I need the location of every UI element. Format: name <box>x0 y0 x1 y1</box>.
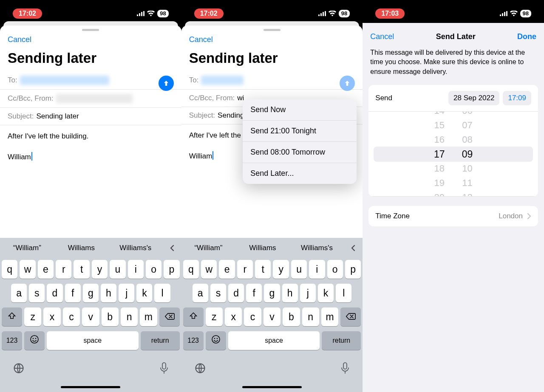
minute-option[interactable]: 10 <box>462 161 472 176</box>
cancel-button[interactable]: Cancel <box>189 35 213 44</box>
date-chip[interactable]: 28 Sep 2022 <box>448 91 499 105</box>
email-body[interactable]: After I've left the building. William <box>0 125 181 169</box>
key-b[interactable]: b <box>283 307 300 326</box>
key-h[interactable]: h <box>282 284 298 302</box>
key-e[interactable]: e <box>219 260 235 279</box>
key-o[interactable]: o <box>327 260 343 279</box>
send-option-item[interactable]: Send Now <box>243 99 357 121</box>
minute-option[interactable]: 11 <box>462 176 472 190</box>
key-q[interactable]: q <box>2 260 17 279</box>
key-j[interactable]: j <box>119 284 134 302</box>
keyboard-suggestion[interactable]: Williams <box>54 244 109 252</box>
key-m[interactable]: m <box>140 307 157 326</box>
minute-option[interactable]: 09 <box>462 147 473 161</box>
suggestions-collapse-button[interactable] <box>163 244 181 252</box>
key-z[interactable]: z <box>24 307 41 326</box>
minute-wheel[interactable]: 06070809101112 <box>462 112 473 196</box>
key-f[interactable]: f <box>246 284 262 302</box>
subject-field[interactable]: Subject: Sending later <box>0 108 181 125</box>
numbers-key[interactable]: 123 <box>183 331 204 350</box>
shift-key[interactable] <box>183 307 204 326</box>
key-n[interactable]: n <box>121 307 138 326</box>
key-q[interactable]: q <box>183 260 199 279</box>
time-picker-wheel[interactable]: 14151617181920 06070809101112 <box>368 112 538 197</box>
key-b[interactable]: b <box>102 307 119 326</box>
key-a[interactable]: a <box>193 284 208 302</box>
numbers-key[interactable]: 123 <box>2 331 22 350</box>
done-button[interactable]: Done <box>517 32 536 41</box>
send-button[interactable] <box>340 76 355 91</box>
key-u[interactable]: u <box>291 260 307 279</box>
home-indicator[interactable] <box>242 386 302 388</box>
key-y[interactable]: y <box>273 260 289 279</box>
key-j[interactable]: j <box>300 284 316 302</box>
minute-option[interactable]: 08 <box>462 133 472 147</box>
key-c[interactable]: c <box>244 307 261 326</box>
to-field[interactable]: To: <box>181 71 363 90</box>
key-w[interactable]: w <box>20 260 35 279</box>
minute-option[interactable]: 12 <box>462 190 472 197</box>
key-m[interactable]: m <box>321 307 338 326</box>
key-r[interactable]: r <box>56 260 71 279</box>
keyboard-suggestion[interactable]: Williams's <box>290 244 344 252</box>
emoji-key[interactable] <box>206 331 226 350</box>
sheet-grabber[interactable] <box>264 29 280 31</box>
space-key[interactable]: space <box>47 331 139 350</box>
key-n[interactable]: n <box>302 307 319 326</box>
cancel-button[interactable]: Cancel <box>370 32 394 41</box>
key-f[interactable]: f <box>65 284 81 302</box>
globe-key[interactable] <box>13 362 25 376</box>
to-field[interactable]: To: <box>0 71 181 90</box>
key-p[interactable]: p <box>164 260 179 279</box>
hour-option[interactable]: 18 <box>434 161 445 176</box>
key-s[interactable]: s <box>29 284 45 302</box>
key-v[interactable]: v <box>82 307 99 326</box>
minute-option[interactable]: 07 <box>462 118 472 133</box>
key-t[interactable]: t <box>255 260 271 279</box>
send-option-item[interactable]: Send 21:00 Tonight <box>243 121 357 142</box>
hour-option[interactable]: 14 <box>434 112 445 118</box>
hour-option[interactable]: 17 <box>434 147 445 161</box>
key-v[interactable]: v <box>264 307 280 326</box>
key-s[interactable]: s <box>210 284 226 302</box>
emoji-key[interactable] <box>24 331 45 350</box>
keyboard-suggestion[interactable]: “William” <box>181 244 236 252</box>
key-o[interactable]: o <box>146 260 162 279</box>
globe-key[interactable] <box>194 362 206 376</box>
key-h[interactable]: h <box>101 284 116 302</box>
suggestions-collapse-button[interactable] <box>344 244 363 252</box>
key-d[interactable]: d <box>228 284 244 302</box>
dictation-key[interactable] <box>159 362 169 376</box>
home-indicator[interactable] <box>61 386 120 388</box>
key-x[interactable]: x <box>225 307 242 326</box>
cc-from-field[interactable]: Cc/Bcc, From: <box>0 90 181 108</box>
send-button[interactable] <box>159 76 174 91</box>
sheet-grabber[interactable] <box>82 29 99 31</box>
minute-option[interactable]: 06 <box>462 112 472 118</box>
hour-option[interactable]: 20 <box>434 190 445 197</box>
hour-option[interactable]: 16 <box>434 133 445 147</box>
send-option-item[interactable]: Send Later... <box>243 163 357 184</box>
keyboard-suggestion[interactable]: Williams's <box>108 244 163 252</box>
return-key[interactable]: return <box>322 331 361 350</box>
key-g[interactable]: g <box>83 284 99 302</box>
key-d[interactable]: d <box>47 284 62 302</box>
key-i[interactable]: i <box>128 260 144 279</box>
backspace-key[interactable] <box>340 307 361 326</box>
key-r[interactable]: r <box>237 260 253 279</box>
hour-option[interactable]: 19 <box>434 176 445 190</box>
key-k[interactable]: k <box>318 284 334 302</box>
key-p[interactable]: p <box>345 260 361 279</box>
key-e[interactable]: e <box>38 260 54 279</box>
time-chip[interactable]: 17:09 <box>503 91 531 105</box>
key-y[interactable]: y <box>92 260 108 279</box>
key-k[interactable]: k <box>136 284 152 302</box>
shift-key[interactable] <box>2 307 22 326</box>
key-t[interactable]: t <box>74 260 89 279</box>
keyboard-suggestion[interactable]: “William” <box>0 244 54 252</box>
key-i[interactable]: i <box>309 260 325 279</box>
key-u[interactable]: u <box>110 260 125 279</box>
key-x[interactable]: x <box>43 307 60 326</box>
return-key[interactable]: return <box>141 331 180 350</box>
hour-option[interactable]: 15 <box>434 118 445 133</box>
